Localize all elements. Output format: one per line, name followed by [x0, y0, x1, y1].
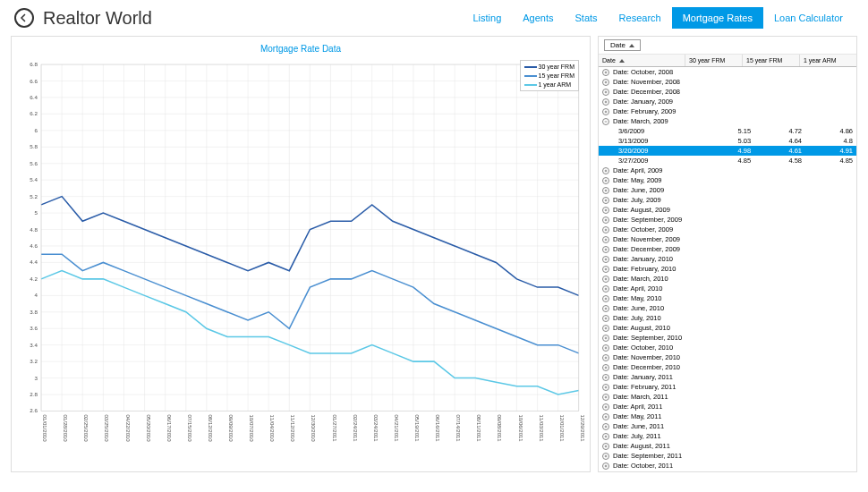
group-row[interactable]: Date: July, 2009 — [599, 195, 856, 205]
col-header-1yr[interactable]: 1 year ARM — [799, 55, 856, 66]
group-row[interactable]: Date: May, 2009 — [599, 175, 856, 185]
expand-icon[interactable] — [602, 305, 609, 312]
group-row[interactable]: Date: July, 2011 — [599, 431, 856, 441]
expand-icon[interactable] — [602, 216, 609, 224]
group-row[interactable]: Date: May, 2010 — [599, 293, 856, 303]
expand-icon[interactable] — [602, 207, 609, 214]
col-header-30yr[interactable]: 30 year FRM — [685, 55, 742, 66]
group-row[interactable]: Date: April, 2010 — [599, 284, 856, 293]
legend-line-icon — [524, 66, 537, 68]
group-row[interactable]: Date: March, 2009 — [599, 116, 856, 126]
nav-item-loan-calculator[interactable]: Loan Calculator — [763, 7, 854, 29]
expand-icon[interactable] — [602, 384, 609, 391]
group-row[interactable]: Date: June, 2010 — [599, 303, 856, 313]
nav-item-mortgage-rates[interactable]: Mortgage Rates — [672, 7, 763, 29]
group-row[interactable]: Date: April, 2009 — [599, 165, 856, 175]
group-row[interactable]: Date: August, 2011 — [599, 441, 856, 451]
group-label: Date: September, 2009 — [613, 216, 682, 224]
expand-icon[interactable] — [602, 295, 609, 302]
detail-row[interactable]: 3/13/20095.034.644.8 — [599, 136, 856, 146]
nav-item-agents[interactable]: Agents — [512, 7, 564, 29]
nav-item-research[interactable]: Research — [608, 7, 672, 29]
group-row[interactable]: Date: December, 2009 — [599, 244, 856, 254]
expand-icon[interactable] — [602, 276, 609, 283]
data-rows[interactable]: Date: October, 2008Date: November, 2008D… — [599, 67, 856, 471]
group-row[interactable]: Date: March, 2010 — [599, 274, 856, 284]
expand-icon[interactable] — [602, 462, 609, 470]
expand-icon[interactable] — [602, 108, 609, 115]
expand-icon[interactable] — [602, 69, 609, 76]
group-row[interactable]: Date: August, 2010 — [599, 323, 856, 333]
expand-icon[interactable] — [602, 266, 609, 273]
expand-icon[interactable] — [602, 226, 609, 233]
expand-icon[interactable] — [602, 197, 609, 204]
expand-icon[interactable] — [602, 89, 609, 96]
expand-icon[interactable] — [602, 177, 609, 184]
expand-icon[interactable] — [602, 364, 609, 371]
expand-icon[interactable] — [602, 79, 609, 86]
expand-icon[interactable] — [602, 236, 609, 243]
group-row[interactable]: Date: June, 2009 — [599, 185, 856, 195]
expand-icon[interactable] — [602, 354, 609, 361]
expand-icon[interactable] — [602, 256, 609, 263]
group-row[interactable]: Date: June, 2011 — [599, 421, 856, 431]
svg-text:4: 4 — [34, 292, 38, 298]
expand-icon[interactable] — [602, 167, 609, 174]
expand-icon[interactable] — [602, 394, 609, 401]
nav-item-listing[interactable]: Listing — [462, 7, 512, 29]
group-row[interactable]: Date: January, 2010 — [599, 254, 856, 264]
expand-icon[interactable] — [602, 413, 609, 420]
group-row[interactable]: Date: November, 2008 — [599, 77, 856, 87]
group-row[interactable]: Date: November, 2010 — [599, 352, 856, 362]
expand-icon[interactable] — [602, 335, 609, 342]
mortgage-rate-chart[interactable]: 2.62.833.23.43.63.844.24.44.64.855.25.45… — [17, 59, 584, 465]
svg-text:06/16/2011: 06/16/2011 — [435, 415, 441, 443]
group-label: Date: June, 2011 — [613, 422, 664, 430]
expand-icon[interactable] — [602, 325, 609, 332]
svg-text:02/25/2010: 02/25/2010 — [83, 415, 89, 443]
group-row[interactable]: Date: February, 2009 — [599, 106, 856, 116]
group-row[interactable]: Date: February, 2011 — [599, 382, 856, 392]
group-row[interactable]: Date: December, 2008 — [599, 87, 856, 97]
detail-row[interactable]: 3/27/20094.854.584.85 — [599, 156, 856, 165]
back-button[interactable] — [14, 8, 34, 28]
group-row[interactable]: Date: February, 2010 — [599, 264, 856, 274]
group-row[interactable]: Date: October, 2011 — [599, 461, 856, 471]
group-row[interactable]: Date: April, 2011 — [599, 402, 856, 411]
group-row[interactable]: Date: January, 2009 — [599, 97, 856, 106]
detail-row[interactable]: 3/6/20095.154.724.86 — [599, 126, 856, 136]
expand-icon[interactable] — [602, 187, 609, 194]
group-row[interactable]: Date: May, 2011 — [599, 411, 856, 421]
expand-icon[interactable] — [602, 433, 609, 440]
group-row[interactable]: Date: October, 2008 — [599, 67, 856, 77]
expand-icon[interactable] — [602, 344, 609, 352]
detail-row[interactable]: 3/20/20094.984.614.91 — [599, 146, 856, 156]
group-row[interactable]: Date: December, 2010 — [599, 362, 856, 372]
group-row[interactable]: Date: August, 2009 — [599, 205, 856, 215]
group-row[interactable]: Date: November, 2009 — [599, 234, 856, 244]
group-row[interactable]: Date: September, 2011 — [599, 451, 856, 461]
expand-icon[interactable] — [602, 285, 609, 293]
svg-text:03/24/2011: 03/24/2011 — [373, 415, 379, 443]
col-header-15yr[interactable]: 15 year FRM — [742, 55, 799, 66]
collapse-icon[interactable] — [602, 118, 609, 125]
expand-icon[interactable] — [602, 98, 609, 106]
group-row[interactable]: Date: March, 2011 — [599, 392, 856, 402]
expand-icon[interactable] — [602, 315, 609, 322]
expand-icon[interactable] — [602, 374, 609, 381]
group-row[interactable]: Date: January, 2011 — [599, 372, 856, 382]
expand-icon[interactable] — [602, 423, 609, 430]
nav-item-stats[interactable]: Stats — [565, 7, 608, 29]
group-label: Date: July, 2009 — [613, 196, 661, 204]
group-row[interactable]: Date: September, 2009 — [599, 215, 856, 225]
expand-icon[interactable] — [602, 443, 609, 450]
col-header-date[interactable]: Date — [599, 55, 685, 66]
date-sort-button[interactable]: Date — [599, 37, 856, 55]
group-row[interactable]: Date: September, 2010 — [599, 333, 856, 343]
group-row[interactable]: Date: October, 2010 — [599, 343, 856, 352]
expand-icon[interactable] — [602, 453, 609, 460]
expand-icon[interactable] — [602, 246, 609, 253]
expand-icon[interactable] — [602, 403, 609, 411]
group-row[interactable]: Date: July, 2010 — [599, 313, 856, 323]
group-row[interactable]: Date: October, 2009 — [599, 225, 856, 234]
